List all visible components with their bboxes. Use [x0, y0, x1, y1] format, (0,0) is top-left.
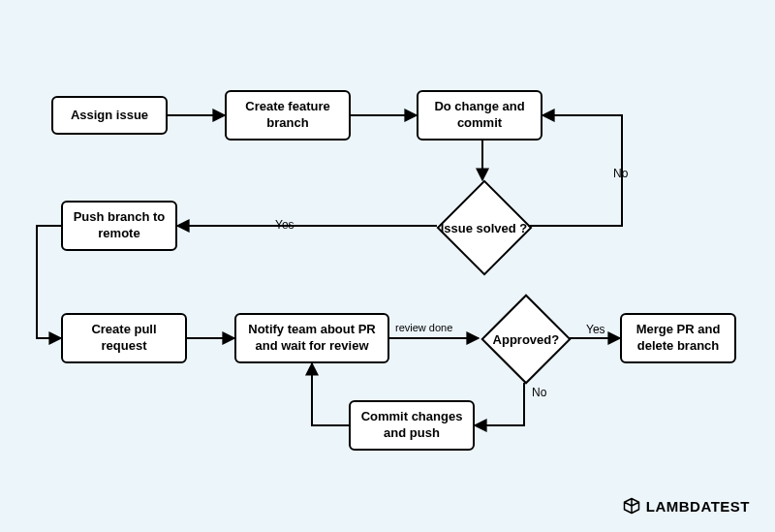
decision-approved: Approved?: [480, 294, 571, 384]
node-create-pr: Create pull request: [61, 313, 187, 363]
flow-arrows: [0, 0, 775, 532]
edge-label-yes-1: Yes: [275, 218, 294, 232]
node-commit-push: Commit changes and push: [349, 400, 475, 451]
lambdatest-icon: [623, 497, 640, 515]
node-notify-team: Notify team about PR and wait for review: [234, 313, 389, 363]
node-push-branch: Push branch to remote: [61, 201, 177, 251]
edge-label-yes-2: Yes: [586, 323, 605, 336]
node-create-feature-branch: Create feature branch: [225, 90, 351, 141]
edge-label-review-done: review done: [395, 322, 452, 333]
brand-logo: LAMBDATEST: [623, 497, 750, 515]
brand-text: LAMBDATEST: [646, 498, 750, 515]
edge-label-no-2: No: [532, 386, 546, 399]
node-assign-issue: Assign issue: [51, 96, 168, 135]
decision-issue-solved-label: Issue solved ?: [441, 221, 528, 235]
node-merge-pr: Merge PR and delete branch: [620, 313, 736, 363]
node-do-change-commit: Do change and commit: [417, 90, 542, 141]
decision-issue-solved: Issue solved ?: [437, 180, 533, 276]
decision-approved-label: Approved?: [493, 332, 560, 347]
edge-label-no-1: No: [613, 167, 628, 180]
